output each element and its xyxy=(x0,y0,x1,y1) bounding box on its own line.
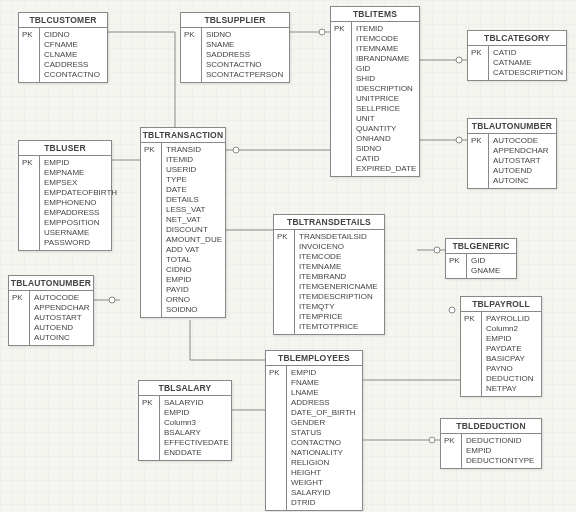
entity-title: TBLITEMS xyxy=(331,7,419,22)
entity-title: TBLCATEGORY xyxy=(468,31,566,46)
entity-title: TBLPAYROLL xyxy=(461,297,541,312)
entity-tblsupplier: TBLSUPPLIER PK SIDNOSNAMESADDRESSSCONTAC… xyxy=(180,12,290,83)
entity-tblitems: TBLITEMS PK ITEMIDITEMCODEITEMNAMEIBRAND… xyxy=(330,6,420,177)
pk-label: PK xyxy=(142,398,153,407)
svg-point-18 xyxy=(449,307,455,313)
svg-point-3 xyxy=(319,29,325,35)
entity-tblautonumber-right: TBLAUTONUMBER PK AUTOCODEAPPENDCHARAUTOS… xyxy=(467,118,557,189)
entity-cols: TRANSDETAILSIDINVOICENOITEMCODEITEMNAMEI… xyxy=(295,230,382,334)
entity-cols: EMPIDEMPNAMEEMPSEXEMPDATEOFBIRTHEMPHONEN… xyxy=(40,156,121,250)
entity-cols: CIDNOCFNAMECLNAMECADDRESSCCONTACTNO xyxy=(40,28,104,82)
pk-label: PK xyxy=(277,232,288,241)
pk-label: PK xyxy=(22,158,33,167)
entity-cols: AUTOCODEAPPENDCHARAUTOSTARTAUTOENDAUTOIN… xyxy=(489,134,553,188)
entity-title: TBLSALARY xyxy=(139,381,231,396)
entity-cols: CATIDCATNAMECATDESCRIPTION xyxy=(489,46,567,80)
pk-label: PK xyxy=(269,368,280,377)
svg-point-7 xyxy=(456,137,462,143)
svg-point-11 xyxy=(233,147,239,153)
pk-label: PK xyxy=(444,436,455,445)
entity-tblgeneric: TBLGENERIC PK GIDGNAME xyxy=(445,238,517,279)
pk-label: PK xyxy=(464,314,475,323)
svg-point-9 xyxy=(434,247,440,253)
svg-point-15 xyxy=(109,297,115,303)
entity-title: TBLDEDUCTION xyxy=(441,419,541,434)
entity-title: TBLUSER xyxy=(19,141,111,156)
entity-cols: SALARYIDEMPIDColumn3BSALARYEFFECTIVEDATE… xyxy=(160,396,233,460)
entity-title: TBLAUTONUMBER xyxy=(468,119,556,134)
entity-cols: AUTOCODEAPPENDCHARAUTOSTARTAUTOENDAUTOIN… xyxy=(30,291,94,345)
pk-label: PK xyxy=(449,256,460,265)
pk-label: PK xyxy=(471,136,482,145)
pk-label: PK xyxy=(12,293,23,302)
pk-label: PK xyxy=(22,30,33,39)
entity-cols: DEDUCTIONIDEMPIDDEDUCTIONTYPE xyxy=(462,434,538,468)
entity-title: TBLTRANSDETAILS xyxy=(274,215,384,230)
entity-title: TBLAUTONUMBER xyxy=(9,276,93,291)
entity-tblcategory: TBLCATEGORY PK CATIDCATNAMECATDESCRIPTIO… xyxy=(467,30,567,81)
entity-title: TBLGENERIC xyxy=(446,239,516,254)
entity-tblemployees: TBLEMPLOYEES PK EMPIDFNAMELNAMEADDRESSDA… xyxy=(265,350,363,511)
entity-cols: EMPIDFNAMELNAMEADDRESSDATE_OF_BIRTHGENDE… xyxy=(287,366,360,510)
entity-cols: GIDGNAME xyxy=(467,254,504,278)
entity-title: TBLEMPLOYEES xyxy=(266,351,362,366)
entity-tblcustomer: TBLCUSTOMER PK CIDNOCFNAMECLNAMECADDRESS… xyxy=(18,12,108,83)
entity-cols: TRANSIDITEMIDUSERIDTYPEDATEDETAILSLESS_V… xyxy=(162,143,226,317)
entity-tblautonumber-left: TBLAUTONUMBER PK AUTOCODEAPPENDCHARAUTOS… xyxy=(8,275,94,346)
entity-tbltransaction: TBLTRANSACTION PK TRANSIDITEMIDUSERIDTYP… xyxy=(140,127,226,318)
entity-cols: ITEMIDITEMCODEITEMNAMEIBRANDNAMEGIDSHIDI… xyxy=(352,22,420,176)
entity-title: TBLCUSTOMER xyxy=(19,13,107,28)
entity-title: TBLSUPPLIER xyxy=(181,13,289,28)
entity-cols: SIDNOSNAMESADDRESSSCONTACTNOSCONTACTPERS… xyxy=(202,28,287,82)
svg-point-5 xyxy=(456,57,462,63)
svg-point-20 xyxy=(429,437,435,443)
pk-label: PK xyxy=(144,145,155,154)
pk-label: PK xyxy=(334,24,345,33)
entity-cols: PAYROLLIDColumn2EMPIDPAYDATEBASICPAYPAYN… xyxy=(482,312,538,396)
entity-tbldeduction: TBLDEDUCTION PK DEDUCTIONIDEMPIDDEDUCTIO… xyxy=(440,418,542,469)
entity-tblpayroll: TBLPAYROLL PK PAYROLLIDColumn2EMPIDPAYDA… xyxy=(460,296,542,397)
entity-title: TBLTRANSACTION xyxy=(141,128,225,143)
entity-tbltransdetails: TBLTRANSDETAILS PK TRANSDETAILSIDINVOICE… xyxy=(273,214,385,335)
pk-label: PK xyxy=(184,30,195,39)
pk-label: PK xyxy=(471,48,482,57)
entity-tbluser: TBLUSER PK EMPIDEMPNAMEEMPSEXEMPDATEOFBI… xyxy=(18,140,112,251)
entity-tblsalary: TBLSALARY PK SALARYIDEMPIDColumn3BSALARY… xyxy=(138,380,232,461)
